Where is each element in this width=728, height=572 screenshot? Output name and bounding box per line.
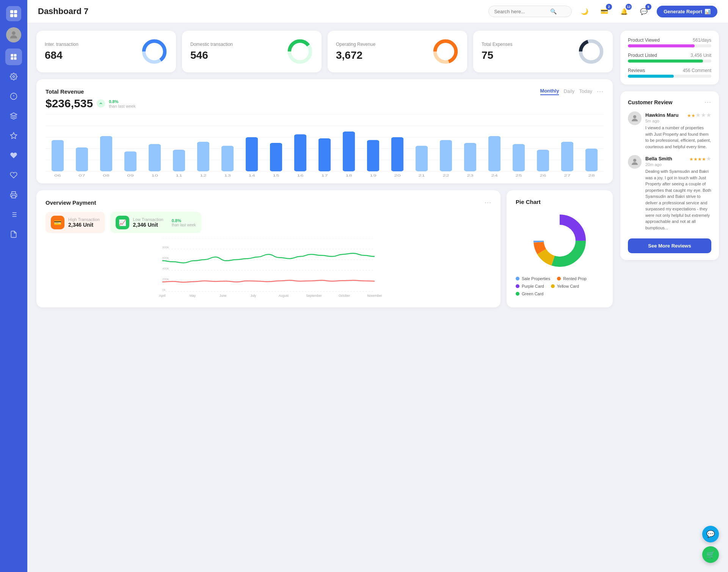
floating-buttons: 💬 🛒: [702, 526, 719, 563]
support-float-button[interactable]: 💬: [702, 526, 719, 542]
stat-card: Inter. transaction 684: [36, 31, 176, 72]
legend-label: Rented Prop: [563, 276, 587, 281]
revenue-tab-monthly[interactable]: Monthly: [540, 88, 559, 95]
svg-text:25: 25: [515, 174, 522, 177]
sidebar-item-dashboard[interactable]: [5, 49, 22, 65]
overview-menu[interactable]: ···: [485, 199, 491, 207]
wallet-badge: 2: [606, 4, 612, 10]
bar-segment-highlight: [246, 137, 258, 171]
bar-segment-highlight: [270, 143, 282, 171]
search-box[interactable]: 🔍: [488, 6, 572, 17]
review-title: Customer Review: [628, 99, 672, 105]
svg-text:400k: 400k: [162, 267, 169, 270]
svg-text:23: 23: [467, 174, 474, 177]
legend-dot: [516, 292, 519, 296]
search-input[interactable]: [494, 9, 547, 14]
sidebar-item-heart-fill[interactable]: [5, 147, 22, 164]
sidebar-item-settings[interactable]: [5, 68, 22, 85]
stat-value: 684: [45, 49, 78, 61]
svg-rect-3: [14, 14, 17, 17]
metric-value: 456 Comment: [683, 68, 711, 73]
svg-rect-8: [14, 57, 17, 60]
review-menu[interactable]: ···: [704, 98, 711, 106]
chat-badge: 5: [645, 4, 651, 10]
stat-card: Operating Revenue 3,672: [328, 31, 467, 72]
legend-label: Purple Card: [522, 284, 544, 288]
svg-point-4: [12, 31, 15, 35]
search-icon: 🔍: [550, 8, 557, 14]
metric-header: Product Listed 3,456 Unit: [628, 53, 711, 58]
review-text: I viewed a number of properties with Jus…: [645, 125, 711, 150]
wallet-icon-btn[interactable]: 💳 2: [598, 5, 611, 18]
overview-title: Overview Payment: [46, 199, 96, 206]
revenue-tab-daily[interactable]: Daily: [563, 88, 574, 95]
donut-svg: [432, 38, 459, 65]
sidebar-item-heart[interactable]: [5, 167, 22, 183]
review-text: Dealing with Syamsudin and Bakri was a j…: [645, 168, 711, 231]
high-transaction-badge: 💳 High Transaction 2,346 Unit: [46, 212, 105, 233]
chat-icon-btn[interactable]: 💬 5: [637, 5, 651, 18]
stat-info: Operating Revenue 3,672: [336, 42, 375, 61]
svg-rect-1: [14, 10, 17, 13]
svg-text:October: October: [339, 294, 350, 298]
svg-text:14: 14: [248, 174, 255, 177]
pie-legend-item: Green Card: [516, 291, 543, 296]
see-more-reviews-button[interactable]: See More Reviews: [628, 238, 711, 253]
bar-segment: [464, 143, 476, 171]
bar-segment-highlight: [318, 138, 331, 171]
review-item: Hawkins Maru ★★★★★ 5m ago I viewed a num…: [628, 111, 711, 150]
stat-info: Total Expenses 75: [482, 42, 512, 61]
svg-text:13: 13: [224, 174, 231, 177]
svg-text:11: 11: [176, 174, 182, 177]
sidebar-item-star[interactable]: [5, 127, 22, 144]
bar-segment: [197, 142, 209, 171]
revenue-value: $236,535: [46, 97, 93, 110]
overview-badges: 💳 High Transaction 2,346 Unit 📈 Low Tran…: [46, 212, 491, 233]
svg-text:06: 06: [54, 174, 61, 177]
user-avatar[interactable]: [6, 27, 21, 42]
dark-mode-toggle[interactable]: 🌙: [578, 5, 592, 18]
sidebar-item-layers[interactable]: [5, 108, 22, 124]
metric-bar: [628, 44, 711, 47]
svg-text:19: 19: [370, 174, 377, 177]
stat-card: Total Expenses 75: [473, 31, 613, 72]
page-title: Dashboard 7: [38, 6, 482, 16]
review-stars: ★★★★★: [687, 111, 711, 119]
revenue-tab-today[interactable]: Today: [579, 88, 592, 95]
content-area: Inter. transaction 684 Domestic transact…: [27, 23, 728, 572]
star-icon: ★: [698, 157, 702, 162]
low-icon: 📈: [116, 216, 129, 229]
metric-item: Product Viewed 561/days: [628, 38, 711, 47]
bar-segment: [513, 144, 525, 171]
bar-segment: [585, 149, 598, 171]
reviewer-time: 5m ago: [645, 119, 711, 123]
bar-segment: [561, 142, 573, 171]
line-path: [162, 281, 375, 282]
svg-text:10: 10: [151, 174, 158, 177]
low-value: 2,346 Unit: [133, 222, 163, 228]
notif-badge: 12: [626, 4, 632, 10]
svg-text:November: November: [367, 294, 382, 298]
cart-float-button[interactable]: 🛒: [702, 546, 719, 563]
metric-name: Product Listed: [628, 53, 657, 58]
notification-icon-btn[interactable]: 🔔 12: [617, 5, 631, 18]
metric-fill: [628, 60, 703, 63]
stat-card: Domestic transaction 546: [182, 31, 322, 72]
bar-segment: [488, 136, 500, 171]
svg-rect-5: [11, 54, 14, 57]
star-icon: ★: [693, 157, 698, 162]
sidebar-item-list[interactable]: [5, 206, 22, 223]
donut-chart: [141, 38, 168, 65]
sidebar-item-info[interactable]: [5, 88, 22, 105]
sidebar-item-print[interactable]: [5, 186, 22, 203]
reviewer-name: Bella Smith: [645, 156, 672, 161]
sidebar-item-doc[interactable]: [5, 226, 22, 243]
donut-chart: [287, 38, 313, 65]
bar-segment: [221, 146, 234, 172]
svg-point-92: [633, 159, 636, 162]
svg-text:July: July: [250, 294, 256, 298]
generate-report-button[interactable]: Generate Report 📊: [657, 6, 717, 17]
revenue-amount: $236,535: [46, 97, 105, 110]
revenue-more-menu[interactable]: ···: [597, 88, 604, 96]
pie-legend-item: Rented Prop: [557, 276, 587, 281]
